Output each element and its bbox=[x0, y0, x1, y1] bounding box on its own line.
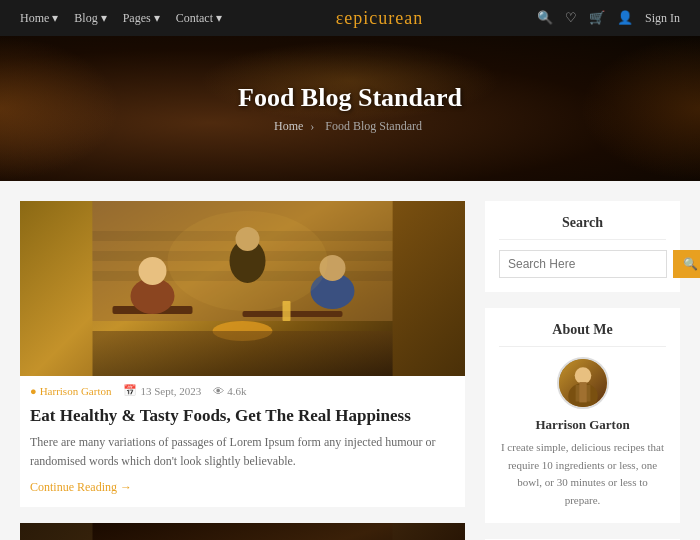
author-icon: ● bbox=[30, 385, 37, 397]
read-more: Continue Reading → bbox=[20, 479, 465, 507]
read-more-link[interactable]: Continue Reading → bbox=[30, 480, 132, 494]
nav-item-blog[interactable]: Blog ▾ bbox=[74, 11, 106, 26]
search-icon: 🔍 bbox=[683, 257, 698, 271]
hero-content: Food Blog Standard Home › Food Blog Stan… bbox=[238, 83, 462, 134]
avatar-svg bbox=[559, 357, 607, 409]
search-icon[interactable]: 🔍 bbox=[537, 10, 553, 26]
post-date: 📅 13 Sept, 2023 bbox=[123, 384, 201, 397]
search-row: 🔍 Search bbox=[499, 250, 666, 278]
site-logo[interactable]: εepicurean bbox=[336, 8, 424, 29]
post-author: ● Harrison Garton bbox=[30, 385, 111, 397]
main-container: ● Harrison Garton 📅 13 Sept, 2023 👁 4.6k… bbox=[0, 181, 700, 540]
post-card-2 bbox=[20, 523, 465, 540]
search-widget-title: Search bbox=[499, 215, 666, 240]
hero-section: Food Blog Standard Home › Food Blog Stan… bbox=[0, 36, 700, 181]
food-blur-right bbox=[580, 36, 700, 181]
svg-rect-26 bbox=[579, 382, 586, 402]
breadcrumb: Home › Food Blog Standard bbox=[238, 119, 462, 134]
content-area: ● Harrison Garton 📅 13 Sept, 2023 👁 4.6k… bbox=[20, 201, 465, 540]
search-widget: Search 🔍 Search bbox=[485, 201, 680, 292]
cart-icon[interactable]: 🛒 bbox=[589, 10, 605, 26]
avatar-wrap bbox=[499, 357, 666, 409]
post-card-2-inner bbox=[20, 523, 465, 540]
search-button[interactable]: 🔍 Search bbox=[673, 250, 700, 278]
svg-point-10 bbox=[139, 257, 167, 285]
svg-point-23 bbox=[574, 367, 591, 384]
post-meta: ● Harrison Garton 📅 13 Sept, 2023 👁 4.6k bbox=[20, 376, 465, 401]
svg-rect-6 bbox=[243, 311, 343, 317]
food-blur-left bbox=[0, 36, 120, 181]
navbar: Home ▾ Blog ▾ Pages ▾ Contact ▾ εepicure… bbox=[0, 0, 700, 36]
heart-icon[interactable]: ♡ bbox=[565, 10, 577, 26]
post-image-svg bbox=[20, 201, 465, 376]
post-card-1: ● Harrison Garton 📅 13 Sept, 2023 👁 4.6k… bbox=[20, 201, 465, 507]
nav-item-pages[interactable]: Pages ▾ bbox=[123, 11, 160, 26]
nav-item-home[interactable]: Home ▾ bbox=[20, 11, 58, 26]
calendar-icon: 📅 bbox=[123, 384, 137, 397]
about-widget-title: About Me bbox=[499, 322, 666, 347]
svg-point-16 bbox=[168, 211, 328, 311]
sidebar: Search 🔍 Search About Me bbox=[485, 201, 680, 540]
search-input[interactable] bbox=[499, 250, 667, 278]
svg-rect-17 bbox=[93, 523, 393, 540]
post-excerpt: There are many variations of passages of… bbox=[20, 433, 465, 479]
nav-left: Home ▾ Blog ▾ Pages ▾ Contact ▾ bbox=[20, 11, 222, 26]
breadcrumb-current: Food Blog Standard bbox=[325, 119, 422, 133]
about-widget: About Me bbox=[485, 308, 680, 523]
logo-symbol: ε bbox=[336, 8, 345, 28]
post-views: 👁 4.6k bbox=[213, 385, 246, 397]
post-image-1 bbox=[20, 201, 465, 376]
post2-image-svg bbox=[20, 523, 465, 540]
about-desc: I create simple, delicious recipes that … bbox=[499, 439, 666, 509]
eye-icon: 👁 bbox=[213, 385, 224, 397]
nav-right: 🔍 ♡ 🛒 👤 Sign In bbox=[537, 10, 680, 26]
about-name: Harrison Garton bbox=[499, 417, 666, 433]
breadcrumb-separator: › bbox=[310, 119, 314, 133]
user-icon[interactable]: 👤 bbox=[617, 10, 633, 26]
signin-label[interactable]: Sign In bbox=[645, 11, 680, 26]
hero-title: Food Blog Standard bbox=[238, 83, 462, 113]
breadcrumb-home[interactable]: Home bbox=[274, 119, 303, 133]
nav-item-contact[interactable]: Contact ▾ bbox=[176, 11, 222, 26]
avatar bbox=[557, 357, 609, 409]
post-title[interactable]: Eat Healthy & Tasty Foods, Get The Real … bbox=[20, 401, 465, 433]
svg-rect-15 bbox=[93, 331, 393, 376]
